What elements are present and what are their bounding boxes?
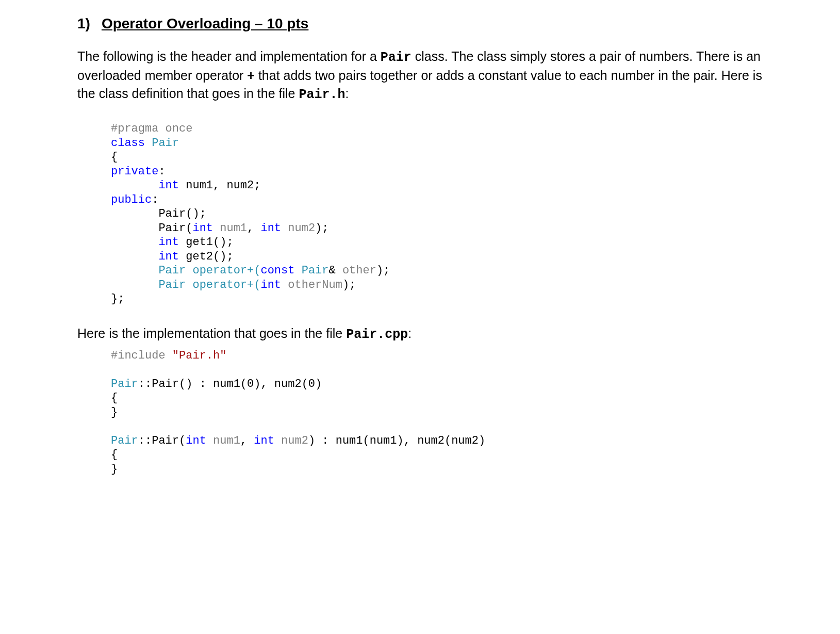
indent [111, 279, 158, 291]
heading-title: Operator Overloading – 10 pts [102, 15, 308, 32]
para2-seg1: Here is the implementation that goes in … [77, 326, 346, 340]
int-keyword: int [192, 222, 213, 235]
ctor1-colon: ::Pair( [138, 434, 186, 447]
indent [111, 250, 158, 263]
const-keyword: const [260, 264, 294, 277]
param-name: num2 [274, 434, 308, 447]
int-keyword: int [158, 179, 179, 192]
ctor0-rest: ::Pair() : num1(0), num2(0) [138, 378, 322, 391]
brace-close: } [111, 463, 118, 476]
op-plus-decl-pre: Pair operator+( [158, 264, 260, 277]
comma: , [240, 434, 254, 447]
para1-seg1: The following is the header and implemen… [77, 49, 381, 63]
ctor-end: ); [315, 222, 328, 235]
brace-open: { [111, 392, 118, 404]
int-keyword: int [158, 236, 179, 249]
brace-close: }; [111, 292, 124, 305]
include-string: "Pair.h" [166, 349, 227, 362]
brace-open: { [111, 448, 118, 461]
space [281, 279, 288, 291]
amp: & [329, 264, 342, 277]
public-keyword: public [111, 193, 152, 206]
comma: , [247, 222, 260, 235]
ctor-pre: Pair( [158, 222, 192, 235]
op-end: ); [342, 279, 356, 291]
code-block-header: #pragma once class Pair { private: int n… [111, 122, 763, 306]
pair-h-filename: Pair.h [299, 87, 345, 102]
heading-number: 1) [77, 15, 90, 32]
default-ctor: Pair(); [158, 207, 206, 220]
pair-cpp-filename: Pair.cpp [346, 327, 408, 342]
pair-class-name: Pair [381, 50, 411, 65]
private-keyword: private [111, 165, 158, 178]
pair-type: Pair [111, 378, 138, 391]
brace-close: } [111, 406, 118, 419]
para1-seg4: : [345, 86, 349, 101]
int-keyword: int [254, 434, 274, 447]
int-keyword: int [260, 279, 281, 291]
para2-seg2: : [408, 326, 411, 340]
get1-decl: get1(); [179, 236, 234, 249]
brace-open: { [111, 151, 118, 164]
indent [111, 236, 158, 249]
param-name: other [342, 264, 376, 277]
colon: : [152, 193, 158, 206]
pair-type: Pair [145, 137, 179, 150]
param-name: otherNum [288, 279, 342, 291]
int-keyword: int [158, 250, 179, 263]
indent [111, 179, 158, 192]
ctor1-rest: ) : num1(num1), num2(num2) [308, 434, 485, 447]
indent [111, 264, 158, 277]
param-name: num1 [206, 434, 240, 447]
op-end: ); [376, 264, 390, 277]
include-directive: #include [111, 349, 166, 362]
intro-paragraph: The following is the header and implemen… [77, 47, 763, 104]
op-plus-decl-pre: Pair operator+( [158, 279, 260, 291]
question-heading: 1) Operator Overloading – 10 pts [77, 15, 763, 32]
int-keyword: int [186, 434, 206, 447]
pair-type: Pair [302, 264, 329, 277]
param-name: num1 [213, 222, 247, 235]
get2-decl: get2(); [179, 250, 234, 263]
colon: : [158, 165, 165, 178]
space [294, 264, 301, 277]
plus-operator: + [247, 68, 255, 83]
member-vars: num1, num2; [179, 179, 260, 192]
indent [111, 207, 158, 220]
int-keyword: int [260, 222, 281, 235]
code-block-impl: #include "Pair.h" Pair::Pair() : num1(0)… [111, 349, 763, 477]
impl-paragraph: Here is the implementation that goes in … [77, 324, 763, 344]
pair-type: Pair [111, 434, 138, 447]
pragma-directive: #pragma once [111, 122, 192, 135]
param-name: num2 [281, 222, 315, 235]
class-keyword: class [111, 137, 145, 150]
indent [111, 222, 158, 235]
